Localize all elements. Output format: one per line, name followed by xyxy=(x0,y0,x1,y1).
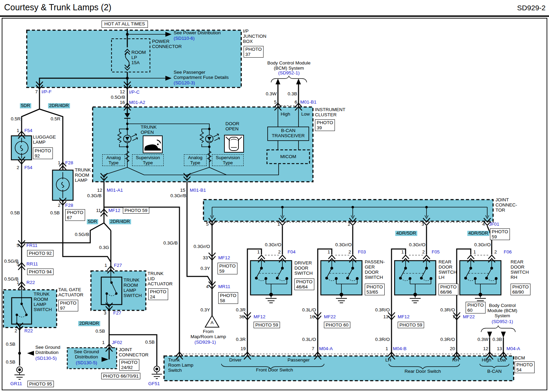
photo-39: PHOTO 39 xyxy=(315,119,335,131)
conn-mf12-36: MF12 xyxy=(254,314,266,320)
pin-16: 16 xyxy=(120,100,125,105)
pin-19: 19 xyxy=(241,346,246,352)
trunk-switch-1-label: TRUNK ROOM LAMP SWITCH xyxy=(34,292,52,312)
brace-bcm-top xyxy=(271,76,307,82)
wire-03lo-2: 0.3L/O xyxy=(302,337,316,342)
pin-12-m01a1: 12 xyxy=(97,188,102,193)
pin-5-jc: 5 xyxy=(206,222,209,227)
photo-66-96: PHOTO 66/96 xyxy=(439,284,458,295)
tag-2dr4dr-2: 2DR/4DR xyxy=(109,219,131,224)
pin-2-f54: 2 xyxy=(16,165,19,170)
wire-03ro-3: 0.3R/O xyxy=(440,308,455,313)
conn-ipc: I/P-C xyxy=(129,90,140,95)
door-open-label: DOOR OPEN xyxy=(225,121,240,132)
conn-mr11: MR11 xyxy=(218,284,230,289)
wire-05ob: 0.5O/B xyxy=(111,95,125,100)
pin-7: 7 xyxy=(35,90,38,95)
wire-05b-2: 0.5B xyxy=(50,211,60,216)
conn-m04a-2: M04-A xyxy=(506,346,520,352)
pin-1-f03: 1 xyxy=(327,250,330,255)
analog-type-2: Analog Type xyxy=(184,154,207,166)
pin-13-mf12: 13 xyxy=(383,314,388,320)
ref-sd120-3: (SD120-3) xyxy=(174,81,195,86)
photo-68-90: PHOTO 68/90 xyxy=(511,284,530,295)
photo-24: PHOTO 24 xyxy=(148,288,168,300)
wire-03ro-4: 0.3R/O xyxy=(440,337,455,342)
pin-20: 20 xyxy=(450,346,455,352)
pin-36-mf12: 36 xyxy=(239,314,244,320)
conn-m04a-1: M04-A xyxy=(319,346,333,352)
conn-f06: F06 xyxy=(504,250,512,255)
photo-24-92: PHOTO 24/92 xyxy=(119,359,139,371)
photo-46-64: PHOTO 46/64 xyxy=(294,278,314,290)
pin-1-f28: 1 xyxy=(58,161,60,166)
pin-7-mf22: 7 xyxy=(452,314,455,320)
pin-12-ipc: 12 xyxy=(120,90,125,95)
wire-03g: 0.3G xyxy=(99,245,109,250)
conn-r22-2: R22 xyxy=(24,329,33,334)
ref-sd929-1: (SD929-1) xyxy=(195,340,216,345)
header-rule xyxy=(0,15,549,17)
conn-f03: F03 xyxy=(358,250,366,255)
see-ground-1: See Ground Distribution xyxy=(35,345,60,355)
photo-54: PHOTO 54 xyxy=(515,361,535,373)
photo-59-4: PHOTO 59 xyxy=(254,322,280,328)
photo-94: PHOTO 94 xyxy=(27,269,54,275)
wiring-artwork xyxy=(0,0,549,392)
pin-1-f06: 1 xyxy=(473,250,476,255)
tag-2dr4dr-3: 2DR/4DR xyxy=(78,321,100,326)
wire-03gro-3: 0.3Gr/O xyxy=(409,242,425,248)
ip-junction-box-label: I/P JUNCTION BOX xyxy=(243,29,266,44)
conn-f28-2: F28 xyxy=(65,203,73,208)
pin-13-b: 13 xyxy=(497,346,502,352)
door-open-car-icon xyxy=(224,135,244,152)
wire-05b-4: 0.5B xyxy=(6,360,15,365)
wire-03y-2: 0.3Y xyxy=(200,308,210,313)
conn-jf01: JF01 xyxy=(489,222,499,227)
ref-sd130-2: (SD130-5) xyxy=(76,360,97,366)
ref-sd952-bottom: (SD952-1) xyxy=(492,319,513,324)
conn-m01a1: M01-A1 xyxy=(107,188,123,193)
hot-at-all-times: HOT AT ALL TIMES xyxy=(102,21,148,28)
conn-m01b1-b: M01-B1 xyxy=(190,188,206,193)
wire-03lo-1: 0.3L/O xyxy=(302,308,316,313)
conn-f05: F05 xyxy=(432,250,440,255)
wire-03gro-1: 0.3Gr/O xyxy=(265,242,281,248)
pin-2-f06: 2 xyxy=(494,250,497,255)
photo-67: PHOTO 67 xyxy=(65,209,85,221)
tag-2dr4dr-1: 2DR/4DR xyxy=(48,103,70,108)
tag-4dr5dr-2: 4DR/5DR xyxy=(467,231,489,236)
photo-59-2: PHOTO 59 xyxy=(218,263,237,274)
wire-05b-1: 0.5B xyxy=(10,211,20,216)
conn-mf12-33: MF12 xyxy=(218,256,230,261)
bcm-rh: RH xyxy=(452,358,459,363)
pin-jc-3: 3 xyxy=(421,222,424,227)
pin-11-mf12: 11 xyxy=(96,208,101,213)
photo-97: PHOTO 97 xyxy=(58,300,78,311)
photo-59-1: PHOTO 59 xyxy=(123,207,149,214)
conn-gr11: GR11 xyxy=(10,381,22,387)
wire-03gro-4: 0.3Gr/O xyxy=(474,242,491,248)
bcm-system-bottom: Body Control Module (BCM) System xyxy=(487,303,517,319)
photo-37: PHOTO 37 xyxy=(244,46,264,58)
wire-05b-3: 0.5B xyxy=(6,342,15,347)
wire-05b-5: 0.5B xyxy=(95,329,105,334)
conn-mf22-16: MF22 xyxy=(324,314,336,320)
wire-03r-1: 0.3R xyxy=(236,308,246,313)
wire-03grb: 0.3Gr/B xyxy=(170,193,186,199)
photo-59-3: PHOTO 59 xyxy=(490,228,510,240)
conn-f54-2: F54 xyxy=(24,165,32,170)
bcm-front-door-switch: Front Door Switch xyxy=(256,368,293,373)
fuse-room-lp-15a: ROOM LP 15A xyxy=(131,50,146,66)
conn-f27-3: F27 xyxy=(113,311,121,316)
conn-mf12-13: MF12 xyxy=(398,314,410,320)
tag-4dr5dr-1: 4DR/5DR xyxy=(395,231,417,236)
joint-connector-box xyxy=(203,200,493,221)
pin-6-top: 6 xyxy=(294,100,297,105)
supervision-type-1: Supervision Type xyxy=(132,154,164,166)
pin-2-r22: 2 xyxy=(14,329,17,334)
photo-58: PHOTO 58 xyxy=(218,292,238,304)
pin-jc-1: 1 xyxy=(277,222,280,227)
ground-gr11-icon xyxy=(14,367,25,380)
instrument-cluster-label: INSTRUMENT CLUSTER xyxy=(315,107,346,118)
